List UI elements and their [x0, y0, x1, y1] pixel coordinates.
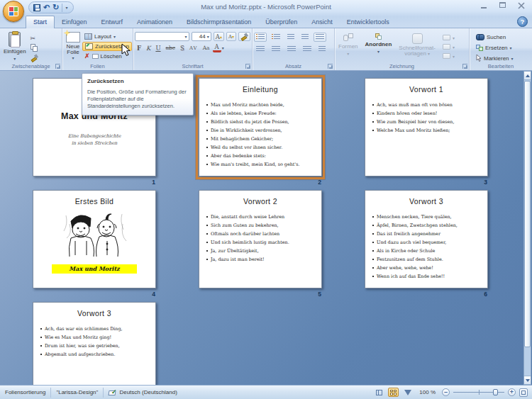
zoom-slider[interactable] — [453, 388, 504, 396]
columns-button[interactable] — [316, 45, 328, 54]
quick-styles-label-2: vorlagen — [404, 50, 426, 57]
slide-bullets: Ach, das war ein schlimmes Ding,Wie es M… — [40, 325, 153, 359]
grow-font-button[interactable]: A▴ — [214, 32, 224, 41]
slide-cell: Vorwort 2 Die, anstatt durch weise Lehre… — [199, 190, 323, 302]
slide-thumbnail[interactable]: Erstes Bild — [33, 190, 156, 288]
copy-button[interactable] — [28, 43, 40, 52]
scroll-down-button[interactable] — [524, 376, 531, 384]
align-left-button[interactable] — [254, 45, 267, 54]
slide-bullet: Ach, das war ein schlimmes Ding, — [40, 325, 153, 333]
tab-entwurf[interactable]: Entwurf — [94, 16, 131, 28]
new-slide-label-2: Folie — [67, 49, 79, 55]
view-name-status[interactable]: Foliensortierung — [0, 388, 51, 398]
line-spacing-button[interactable] — [314, 33, 326, 42]
layout-label: Layout — [94, 33, 111, 40]
vertical-scrollbar[interactable] — [523, 71, 531, 385]
character-spacing-button[interactable]: AV — [187, 43, 200, 52]
align-center-button[interactable] — [270, 45, 282, 54]
shapes-button[interactable]: Formen ▾ — [336, 31, 360, 61]
new-slide-button[interactable]: Neue Folie ▾ — [64, 30, 82, 61]
scroll-up-button[interactable] — [524, 72, 531, 80]
slideshow-view-button[interactable] — [402, 388, 413, 397]
slide-sorter-view-button[interactable] — [388, 388, 399, 397]
group-label-folien: Folien — [62, 63, 133, 69]
slide-thumbnail[interactable]: Vorwort 3 Menschen necken, Tiere quälen,… — [365, 190, 488, 288]
tab-ansicht[interactable]: Ansicht — [304, 16, 340, 28]
title-bar: ↶ ↻ ▾ Max und Moritz.pptx - Microsoft Po… — [0, 0, 532, 28]
slide-bullets: Menschen necken, Tiere quälen,Äpfel, Bir… — [372, 213, 485, 281]
slide-number: 1 — [152, 179, 155, 186]
align-center-icon — [272, 46, 280, 52]
slide-cell: Vorwort 1 Ach, was muß man oft von bösen… — [365, 78, 489, 190]
shape-fill-dropdown-icon: ▾ — [453, 35, 455, 40]
font-color-dropdown-icon[interactable]: ▾ — [222, 45, 224, 50]
decrease-indent-button[interactable] — [285, 33, 297, 42]
arrange-button[interactable]: Anordnen ▾ — [363, 31, 394, 61]
layout-button[interactable]: Layout ▾ — [82, 32, 132, 41]
paste-button[interactable]: Einfügen ▾ — [1, 30, 28, 61]
drawing-dialog-launcher[interactable] — [462, 64, 467, 69]
find-button[interactable]: Suchen — [474, 32, 531, 42]
select-button[interactable]: Markieren ▾ — [474, 53, 531, 63]
replace-button[interactable]: Ersetzen ▾ — [474, 43, 531, 52]
group-zeichnung: Formen ▾ Anordnen ▾ Schnellformat- vorla… — [335, 28, 470, 70]
shrink-font-button[interactable]: A▾ — [226, 32, 236, 41]
help-button[interactable]: ? — [517, 16, 528, 27]
text-shadow-button[interactable]: S — [178, 43, 187, 52]
format-painter-button[interactable] — [28, 53, 40, 62]
tab-einfügen[interactable]: Einfügen — [55, 16, 94, 28]
scroll-down-icon — [526, 379, 530, 382]
italic-button[interactable]: K — [144, 43, 153, 52]
zoom-in-button[interactable]: + — [508, 388, 516, 396]
strikethrough-button[interactable]: abc — [164, 43, 177, 52]
group-label-zeichnung: Zeichnung — [335, 63, 469, 69]
clipboard-dialog-launcher[interactable] — [55, 64, 60, 69]
tab-start[interactable]: Start — [26, 16, 55, 28]
normal-view-button[interactable] — [374, 388, 384, 397]
slide-thumbnail[interactable]: Vorwort 3 Ach, das war ein schlimmes Din… — [33, 302, 156, 385]
tab-bildschirmpräsentation[interactable]: Bildschirmpräsentation — [179, 16, 258, 28]
tab-überprüfen[interactable]: Überprüfen — [258, 16, 304, 28]
tab-entwicklertools[interactable]: Entwicklertools — [340, 16, 397, 28]
align-right-button[interactable] — [285, 45, 298, 54]
shape-outline-button[interactable]: ▾ — [440, 43, 457, 50]
shape-effects-button[interactable]: ▾ — [440, 52, 457, 60]
decrease-indent-icon — [287, 34, 294, 40]
zoom-slider-thumb[interactable] — [493, 389, 498, 395]
justify-button[interactable] — [301, 45, 314, 54]
paragraph-dialog-launcher[interactable] — [328, 64, 333, 69]
slide-thumbnail[interactable]: Einleitung Max und Moritz machten beide,… — [199, 78, 322, 176]
font-color-button[interactable]: A — [213, 44, 221, 52]
fit-to-window-button[interactable] — [519, 388, 528, 397]
layout-icon — [84, 33, 92, 40]
cut-button[interactable]: ✂ — [28, 34, 40, 43]
bullet-list-button[interactable] — [254, 33, 267, 42]
font-name-combo[interactable]: ▾ — [135, 32, 189, 41]
language-status[interactable]: ✓ Deutsch (Deutschland) — [104, 388, 182, 398]
quick-styles-dropdown-icon: ▾ — [428, 52, 430, 56]
slide-bullet: Ach, was muß man oft von bösen — [372, 101, 485, 109]
clear-formatting-button[interactable] — [238, 32, 250, 41]
minimize-button[interactable] — [480, 2, 489, 9]
slide-thumbnail[interactable]: Vorwort 1 Ach, was muß man oft von bösen… — [365, 78, 488, 176]
bold-button[interactable]: F — [135, 43, 143, 52]
quick-styles-button[interactable]: Schnellformat- vorlagen ▾ — [397, 31, 438, 61]
tab-animationen[interactable]: Animationen — [130, 16, 179, 28]
scissors-icon: ✂ — [31, 35, 36, 42]
restore-button[interactable] — [498, 2, 508, 9]
shape-fill-button[interactable]: ▾ — [440, 34, 457, 41]
underline-button[interactable]: U — [153, 43, 162, 52]
numbered-list-button[interactable] — [270, 33, 282, 42]
slide-bullet: Die, anstatt durch weise Lehren — [206, 213, 319, 221]
increase-indent-button[interactable] — [299, 33, 311, 42]
slide-number: 2 — [318, 179, 321, 186]
change-case-button[interactable]: Aa — [201, 43, 212, 52]
scrollbar-thumb[interactable] — [524, 81, 531, 347]
slide-thumbnail[interactable]: Vorwort 2 Die, anstatt durch weise Lehre… — [199, 190, 322, 288]
design-name-status[interactable]: "Larissa-Design" — [51, 388, 104, 398]
zoom-out-button[interactable]: – — [442, 388, 450, 396]
font-size-combo[interactable]: 44 ▾ — [192, 32, 211, 41]
font-dialog-launcher[interactable] — [245, 64, 250, 69]
close-button[interactable] — [516, 2, 526, 9]
align-left-icon — [256, 46, 265, 52]
